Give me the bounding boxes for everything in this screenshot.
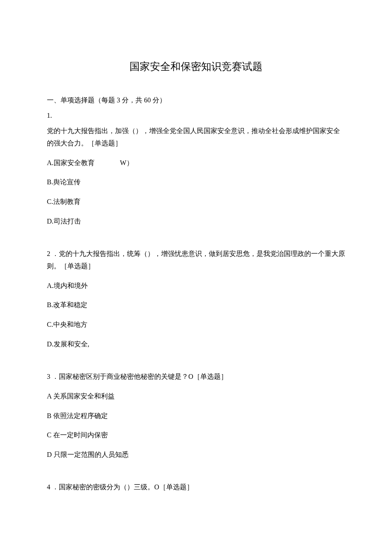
spacer bbox=[47, 358, 345, 371]
q3-option-a: A 关系国家安全和利益 bbox=[47, 391, 345, 402]
spacer bbox=[47, 468, 345, 481]
q2-text: 2 ．党的十九大报告指出，统筹（），增强忧患意识，做到居安思危，是我党治国理政的… bbox=[47, 248, 345, 273]
q1-option-a-row: A.国家安全教育 W） bbox=[47, 157, 345, 169]
q3-text: 3 ．国家秘密区别于商业秘密他秘密的关键是？O［单选题］ bbox=[47, 371, 345, 383]
q3-option-c: C 在一定时间内保密 bbox=[47, 430, 345, 441]
q2-option-d: D.发展和安全, bbox=[47, 339, 345, 350]
q1-text: 党的十九大报告指出，加强（），增强全党全国人民国家安全意识，推动全社会形成维护国… bbox=[47, 125, 345, 150]
q2-option-b: B.改革和稳定 bbox=[47, 299, 345, 311]
spacer bbox=[47, 235, 345, 248]
q3-option-d: D 只限一定范围的人员知悉 bbox=[47, 449, 345, 460]
q1-option-b: B.舆论宣传 bbox=[47, 177, 345, 188]
document-page: 国家安全和保密知识竞赛试题 一、单项选择题（每题 3 分，共 60 分） 1. … bbox=[0, 0, 392, 527]
q4-text: 4 ．国家秘密的密级分为（）三级。O［单选题］ bbox=[47, 481, 345, 494]
q3-option-b: B 依照法定程序确定 bbox=[47, 410, 345, 421]
section-header: 一、单项选择题（每题 3 分，共 60 分） bbox=[47, 95, 345, 106]
q1-number: 1. bbox=[47, 110, 345, 121]
q1-option-d: D.司法打击 bbox=[47, 216, 345, 227]
q1-option-a: A.国家安全教育 bbox=[47, 157, 95, 169]
q1-option-c: C.法制教育 bbox=[47, 196, 345, 207]
q2-option-a: A.境内和境外 bbox=[47, 280, 345, 291]
document-title: 国家安全和保密知识竞赛试题 bbox=[47, 60, 345, 73]
q1-option-a-mark: W） bbox=[120, 157, 133, 169]
q2-option-c: C.中央和地方 bbox=[47, 319, 345, 330]
